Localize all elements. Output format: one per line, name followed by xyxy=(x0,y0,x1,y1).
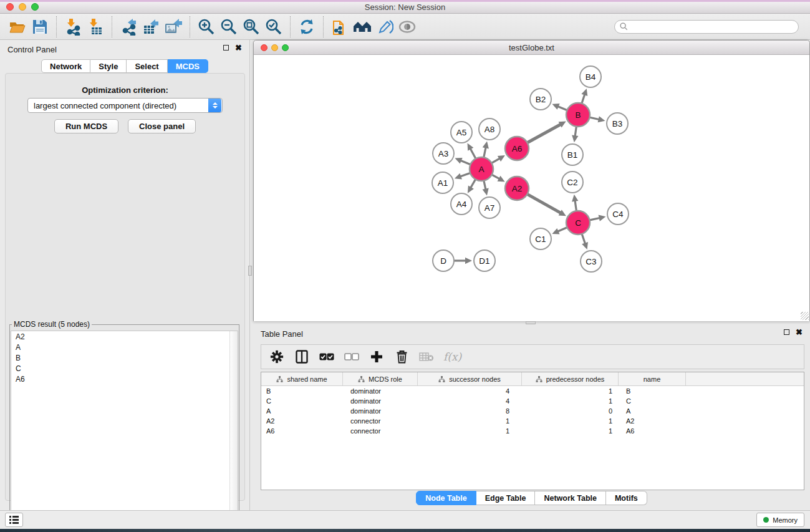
close-panel-icon[interactable]: ✖ xyxy=(796,329,803,335)
result-list-item[interactable]: A xyxy=(11,342,238,352)
vertical-splitter-handle[interactable] xyxy=(248,266,252,276)
refresh-button[interactable] xyxy=(296,16,318,37)
open-session-button[interactable] xyxy=(6,16,29,37)
cell-shared_name[interactable]: A2 xyxy=(261,416,343,426)
cell-successor_nodes[interactable]: 4 xyxy=(418,396,522,406)
window-resize-grip[interactable] xyxy=(801,312,809,320)
export-table-button[interactable] xyxy=(140,16,162,37)
memory-button[interactable]: Memory xyxy=(756,513,804,527)
show-columns-button[interactable] xyxy=(294,349,310,365)
cell-shared_name[interactable]: C xyxy=(261,396,343,406)
cell-mcds_role[interactable]: connector xyxy=(343,426,418,436)
optimization-criterion-dropdown[interactable]: largest connected component (directed) xyxy=(27,98,223,113)
run-mcds-button[interactable]: Run MCDS xyxy=(54,119,118,133)
zoom-window-button[interactable] xyxy=(31,3,39,11)
cell-name[interactable]: B xyxy=(619,386,686,396)
hide-annotations-button[interactable] xyxy=(374,16,396,37)
delete-table-button[interactable] xyxy=(418,349,435,365)
new-session-from-network-button[interactable] xyxy=(329,16,351,37)
column-header-predecessor-nodes[interactable]: predecessor nodes xyxy=(522,372,619,385)
cell-name[interactable]: A6 xyxy=(619,426,686,436)
zoom-out-button[interactable] xyxy=(218,16,240,37)
add-column-button[interactable] xyxy=(369,349,385,365)
tab-network[interactable]: Network xyxy=(41,59,90,73)
cell-mcds_role[interactable]: dominator xyxy=(343,386,418,396)
cell-shared_name[interactable]: B xyxy=(261,386,343,396)
column-header-MCDS-role[interactable]: MCDS role xyxy=(343,372,418,385)
export-image-button[interactable] xyxy=(162,16,185,37)
result-list-item[interactable]: C xyxy=(11,363,238,374)
show-graphics-details-button[interactable] xyxy=(396,16,418,37)
minimize-window-button[interactable] xyxy=(19,3,26,11)
result-list-scrollbar[interactable] xyxy=(229,331,238,530)
cell-predecessor_nodes[interactable]: 1 xyxy=(522,386,619,396)
cell-name[interactable]: C xyxy=(619,396,686,406)
tab-network-table[interactable]: Network Table xyxy=(535,491,606,505)
column-header-shared-name[interactable]: shared name xyxy=(261,372,343,385)
table-row[interactable]: Adominator80A xyxy=(261,406,804,416)
edge-arrowhead xyxy=(483,188,489,196)
task-history-button[interactable] xyxy=(5,513,23,527)
close-panel-icon[interactable]: ✖ xyxy=(235,45,242,51)
cell-predecessor_nodes[interactable]: 1 xyxy=(522,396,619,406)
cell-predecessor_nodes[interactable]: 1 xyxy=(522,426,619,436)
search-field[interactable] xyxy=(614,20,799,34)
table-options-button[interactable] xyxy=(269,349,285,365)
tab-mcds[interactable]: MCDS xyxy=(168,59,208,73)
tab-style[interactable]: Style xyxy=(90,59,127,73)
cell-shared_name[interactable]: A6 xyxy=(261,426,343,436)
function-builder-button[interactable]: f(x) xyxy=(443,349,461,365)
table-row[interactable]: Cdominator41C xyxy=(261,396,804,406)
column-header-name[interactable]: name xyxy=(619,372,686,385)
table-row[interactable]: Bdominator41B xyxy=(261,386,804,396)
cell-mcds_role[interactable]: dominator xyxy=(343,406,418,416)
zoom-selected-button[interactable] xyxy=(263,16,285,37)
delete-column-button[interactable] xyxy=(393,349,410,365)
export-table-icon xyxy=(142,18,160,36)
zoom-selected-icon xyxy=(265,18,282,36)
cell-mcds_role[interactable]: connector xyxy=(343,416,418,426)
import-network-icon xyxy=(64,18,82,36)
column-header-successor-nodes[interactable]: successor nodes xyxy=(418,372,522,385)
close-panel-button[interactable]: Close panel xyxy=(128,119,196,133)
float-panel-icon[interactable] xyxy=(223,45,229,51)
show-all-networks-button[interactable] xyxy=(351,16,374,37)
edge-A2-C[interactable] xyxy=(526,193,561,213)
network-canvas[interactable]: B4B2BB3A8A5A6A3B1AC2A1A2A4A7C4CC1DD1C3 xyxy=(254,55,809,321)
save-session-button[interactable] xyxy=(29,16,51,37)
cell-successor_nodes[interactable]: 1 xyxy=(418,426,522,436)
tab-edge-table[interactable]: Edge Table xyxy=(476,491,536,505)
cell-successor_nodes[interactable]: 4 xyxy=(418,386,522,396)
select-all-button[interactable] xyxy=(319,349,335,365)
import-network-button[interactable] xyxy=(62,16,84,37)
cell-shared_name[interactable]: A xyxy=(261,406,343,416)
cell-predecessor_nodes[interactable]: 1 xyxy=(522,416,619,426)
import-table-button[interactable] xyxy=(84,16,107,37)
zoom-in-button[interactable] xyxy=(195,16,218,37)
plus-icon xyxy=(370,351,383,363)
zoom-fit-button[interactable] xyxy=(240,16,263,37)
cell-name[interactable]: A2 xyxy=(619,416,686,426)
result-list-item[interactable]: A2 xyxy=(11,331,238,342)
close-window-button[interactable] xyxy=(6,3,14,11)
cell-name[interactable]: A xyxy=(619,406,686,416)
cell-mcds_role[interactable]: dominator xyxy=(343,396,418,406)
search-input[interactable] xyxy=(628,22,793,31)
float-panel-icon[interactable] xyxy=(784,329,789,335)
edge-A6-B[interactable] xyxy=(526,124,561,143)
deselect-all-button[interactable] xyxy=(344,349,360,365)
network-window-titlebar[interactable]: testGlobe.txt xyxy=(254,41,809,55)
tab-node-table[interactable]: Node Table xyxy=(416,491,476,505)
cell-successor_nodes[interactable]: 8 xyxy=(418,406,522,416)
tab-motifs[interactable]: Motifs xyxy=(606,491,647,505)
cell-successor_nodes[interactable]: 1 xyxy=(418,416,522,426)
table-row[interactable]: A2connector11A2 xyxy=(261,416,804,426)
result-list-item[interactable]: B xyxy=(11,352,238,363)
table-row[interactable]: A6connector11A6 xyxy=(261,426,804,436)
export-network-button[interactable] xyxy=(117,16,140,37)
cell-predecessor_nodes[interactable]: 0 xyxy=(522,406,619,416)
dropdown-spinner-icon xyxy=(208,99,221,112)
open-folder-icon xyxy=(9,19,26,35)
result-list-item[interactable]: A6 xyxy=(11,374,238,384)
tab-select[interactable]: Select xyxy=(127,59,167,73)
